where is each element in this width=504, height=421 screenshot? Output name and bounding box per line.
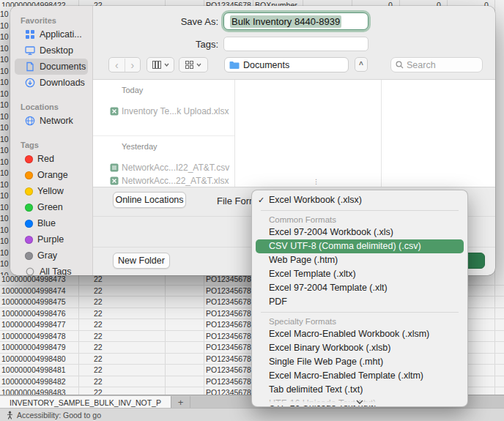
sidebar-item-gray[interactable]: Gray: [15, 247, 88, 264]
cell: 100000004998483: [1, 388, 66, 395]
menu-item-excel-97-2004-template-xlt[interactable]: Excel 97-2004 Template (.xlt): [256, 281, 464, 295]
sidebar-item-downloads[interactable]: Downloads: [15, 75, 88, 91]
menu-item-excel-workbook-xlsx[interactable]: ✓Excel Workbook (.xlsx): [256, 193, 464, 207]
chevron-down-icon: [196, 63, 201, 67]
save-as-input[interactable]: Bulk Inventory 8440-8939: [223, 12, 368, 30]
sidebar-item-label: All Tags: [40, 267, 72, 275]
save-as-label: Save As:: [135, 16, 218, 27]
menu-item-label: Web Page (.htm): [269, 253, 338, 267]
file-group: TodayInventory Te...k Upload.xlsx: [93, 84, 234, 135]
cell: 100000004998477: [1, 320, 66, 329]
checkmark-icon: ✓: [258, 193, 269, 207]
search-input[interactable]: Search: [390, 57, 483, 72]
menu-item-excel-macro-enabled-workbook-xlsm[interactable]: Excel Macro-Enabled Workbook (.xlsm): [256, 327, 464, 341]
desktop-icon: [25, 45, 35, 56]
sidebar-item-applicati[interactable]: Applicati...: [15, 26, 88, 42]
cell: PO1234567891234: [206, 320, 251, 329]
status-bar: Accessibility: Good to go: [0, 408, 504, 421]
column-view-button[interactable]: [147, 57, 174, 72]
sidebar-item-orange[interactable]: Orange: [15, 167, 88, 183]
sidebar-item-label: Green: [37, 202, 63, 212]
cell: PO1234567891234: [206, 343, 251, 351]
forward-button[interactable]: ›: [125, 59, 141, 72]
menu-item-label: Excel Macro-Enabled Workbook (.xlsm): [269, 327, 429, 341]
cell: 22: [94, 275, 103, 283]
location-select-value: Documents: [243, 60, 289, 70]
collapse-button[interactable]: ^: [355, 57, 368, 72]
file-name: Inventory Te...k Upload.xlsx: [122, 106, 229, 116]
menu-item-label: Single File Web Page (.mht): [269, 355, 383, 369]
group-view-button[interactable]: [179, 57, 208, 72]
menu-item-label: Excel Template (.xltx): [269, 267, 356, 281]
menu-item-excel-template-xltx[interactable]: Excel Template (.xltx): [256, 267, 464, 281]
check-spacer: [258, 295, 269, 309]
column-separator[interactable]: [234, 80, 235, 187]
menu-item-excel-97-2004-workbook-xls[interactable]: Excel 97-2004 Workbook (.xls): [256, 226, 464, 239]
menu-item-label: Excel 97-2004 Workbook (.xls): [269, 226, 393, 239]
chevron-down-icon: [356, 400, 363, 404]
cell-fragment: 10: [0, 31, 10, 43]
sidebar-item-red[interactable]: Red: [15, 151, 88, 167]
check-spacer: [258, 239, 269, 253]
cell-fragment: 10: [0, 225, 10, 236]
sidebar-item-green[interactable]: Green: [15, 199, 88, 215]
sheet-tab[interactable]: INVENTORY_SAMPLE_BULK_INV_NOT_P: [0, 396, 171, 409]
cell-fragment: 10: [0, 77, 10, 89]
file-item[interactable]: Inventory Te...k Upload.xlsx: [93, 105, 234, 118]
menu-item-csv-utf-8-comma-delimited-csv[interactable]: CSV UTF-8 (Comma delimited) (.csv): [256, 239, 464, 253]
menu-section-header: Common Formats: [252, 214, 467, 226]
column-separator[interactable]: [381, 80, 382, 187]
cell: 100000004998482: [1, 377, 66, 386]
sidebar-item-purple[interactable]: Purple: [15, 231, 88, 247]
sidebar-item-yellow[interactable]: Yellow: [15, 183, 88, 199]
sidebar-item-network[interactable]: Network: [15, 113, 88, 129]
finder-sidebar: FavoritesApplicati...DesktopDocumentsDow…: [10, 6, 93, 275]
sidebar-item-desktop[interactable]: Desktop: [15, 42, 88, 59]
cell-fragment: 10: [0, 134, 10, 146]
location-select[interactable]: Documents: [224, 57, 349, 72]
file-item[interactable]: NetworkAcc...22_AT&T.xlsx: [93, 174, 234, 187]
sidebar-item-label: Red: [37, 154, 54, 164]
sidebar-item-blue[interactable]: Blue: [15, 215, 88, 231]
sidebar-header-tags: Tags: [10, 139, 92, 151]
sidebar-item-label: Downloads: [40, 78, 85, 88]
cell: 100000004998474: [1, 286, 66, 295]
menu-scroll-indicator[interactable]: [253, 395, 467, 406]
tags-input[interactable]: [223, 37, 368, 51]
file-name: NetworkAcc...22_AT&T.xlsx: [122, 176, 229, 186]
check-spacer: [258, 369, 269, 383]
cell: PO1234567891234: [206, 297, 251, 306]
back-button[interactable]: ‹: [109, 59, 125, 72]
online-locations-button[interactable]: Online Locations: [113, 192, 186, 208]
menu-item-pdf[interactable]: PDF: [256, 295, 464, 309]
sidebar-item-label: Gray: [37, 250, 57, 261]
cell-fragment: 10: [0, 213, 10, 225]
sidebar-item-label: Applicati...: [40, 29, 82, 40]
cell: 22: [94, 354, 103, 363]
menu-item-excel-binary-workbook-xlsb[interactable]: Excel Binary Workbook (.xlsb): [256, 341, 464, 355]
menu-separator: [261, 210, 459, 211]
cell: PO1234567891234: [206, 286, 251, 295]
cell: PO1234567891234: [206, 309, 251, 318]
menu-separator: [261, 312, 459, 313]
sidebar-item-label: Orange: [37, 170, 68, 180]
menu-item-label: CSV UTF-8 (Comma delimited) (.csv): [269, 239, 421, 253]
add-sheet-button[interactable]: +: [171, 396, 190, 409]
file-group: YesterdayNetworkAcc...I22_AT&T.csvNetwor…: [93, 135, 234, 187]
menu-item-single-file-web-page-mht[interactable]: Single File Web Page (.mht): [256, 355, 464, 369]
cell: 100000004998476: [1, 309, 66, 318]
sidebar-item-documents[interactable]: Documents: [15, 59, 88, 75]
file-item[interactable]: NetworkAcc...I22_AT&T.csv: [93, 161, 234, 174]
cell: 100000004998481: [1, 365, 66, 374]
menu-item-excel-macro-enabled-template-xltm[interactable]: Excel Macro-Enabled Template (.xltm): [256, 369, 464, 383]
sidebar-item-all-tags[interactable]: All Tags: [15, 264, 88, 275]
cell-fragment: 10: [0, 9, 10, 21]
menu-item-web-page-htm[interactable]: Web Page (.htm): [256, 253, 464, 267]
new-folder-button[interactable]: New Folder: [113, 253, 170, 269]
cell: 100000004998480: [1, 354, 66, 363]
cell: PO1234567891234: [206, 275, 251, 283]
excel-file-icon: [110, 107, 119, 116]
cell-fragment: 10: [0, 100, 10, 111]
column-resize-handle[interactable]: ⋮: [313, 178, 319, 185]
apps-grid-icon: [25, 29, 35, 40]
